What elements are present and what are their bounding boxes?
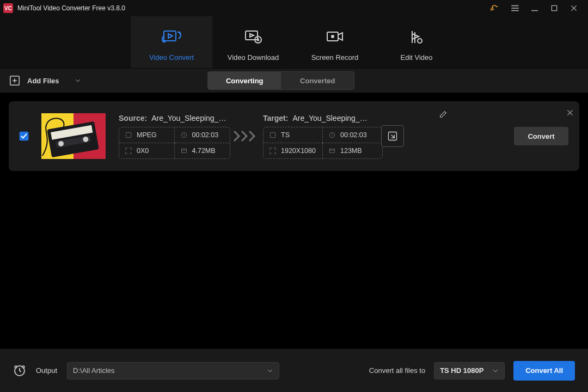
edit-video-icon [408, 26, 425, 48]
tab-screen-record[interactable]: Screen Record [294, 16, 376, 68]
target-settings-button[interactable] [381, 125, 404, 147]
source-spec: Source: Are_You_Sleeping_In... MPEG 00:0… [119, 114, 230, 159]
svg-point-8 [331, 35, 334, 38]
source-label: Source: [119, 114, 147, 122]
svg-rect-17 [329, 149, 334, 152]
add-files-label: Add Files [27, 77, 59, 85]
tab-video-download[interactable]: Video Download [212, 16, 294, 68]
source-size: 4.72MB [192, 147, 216, 155]
history-icon[interactable] [13, 364, 26, 377]
svg-point-0 [497, 6, 498, 7]
minimize-button[interactable] [525, 0, 544, 16]
svg-rect-14 [181, 149, 186, 152]
tab-label: Video Download [228, 53, 279, 62]
convert-all-label: Convert all files to [369, 366, 425, 375]
subtabs: Converting Converted [207, 71, 354, 90]
bottombar: Output D:\All Articles Convert all files… [0, 348, 588, 392]
target-preset-value: TS HD 1080P [440, 366, 483, 375]
target-duration: 00:02:03 [340, 131, 367, 139]
download-icon [244, 26, 262, 48]
output-label: Output [36, 366, 57, 375]
video-thumbnail[interactable] [41, 113, 106, 159]
svg-rect-4 [246, 31, 258, 40]
tab-edit-video[interactable]: Edit Video [376, 16, 457, 68]
svg-rect-15 [270, 132, 275, 137]
task-list: Source: Are_You_Sleeping_In... MPEG 00:0… [0, 93, 588, 171]
remove-task-button[interactable] [566, 109, 574, 117]
chevron-down-icon[interactable] [75, 77, 81, 84]
tab-label: Screen Record [311, 53, 359, 62]
tab-label: Video Convert [149, 53, 194, 62]
svg-rect-2 [164, 31, 176, 41]
target-size: 123MB [340, 147, 362, 155]
arrow-icon [230, 130, 263, 142]
menu-button[interactable] [505, 0, 525, 16]
svg-rect-1 [552, 5, 556, 10]
task-row: Source: Are_You_Sleeping_In... MPEG 00:0… [9, 101, 579, 171]
close-button[interactable] [564, 0, 584, 16]
record-icon [326, 26, 344, 48]
upgrade-key-icon[interactable] [486, 0, 505, 16]
convert-icon [162, 26, 181, 48]
add-files-button[interactable]: Add Files [9, 75, 81, 87]
convert-button[interactable]: Convert [514, 127, 568, 145]
subtab-converted[interactable]: Converted [281, 72, 354, 89]
target-resolution: 1920X1080 [281, 147, 316, 155]
output-folder-select[interactable]: D:\All Articles [67, 362, 279, 379]
app-icon: VC [3, 3, 13, 13]
svg-point-9 [418, 39, 422, 43]
edit-target-icon[interactable] [439, 110, 448, 119]
module-tabs: Video Convert Video Download Screen Reco… [0, 16, 588, 68]
chevron-down-icon [492, 367, 499, 374]
maximize-button[interactable] [544, 0, 564, 16]
source-filename: Are_You_Sleeping_In... [151, 114, 228, 122]
add-files-plus-icon [9, 75, 21, 87]
svg-marker-5 [250, 34, 254, 37]
target-preset-select[interactable]: TS HD 1080P [434, 362, 505, 379]
chevron-down-icon [267, 367, 273, 374]
svg-rect-12 [126, 132, 131, 137]
source-resolution: 0X0 [137, 147, 149, 155]
source-duration: 00:02:03 [192, 131, 219, 139]
target-filename: Are_You_Sleeping_In... [292, 114, 369, 122]
toolbar: Add Files Converting Converted [0, 68, 588, 93]
target-spec: Target: Are_You_Sleeping_In... TS 00:02:… [263, 114, 375, 159]
svg-marker-3 [168, 34, 173, 38]
convert-all-button[interactable]: Convert All [513, 361, 575, 381]
source-format: MPEG [137, 131, 157, 139]
titlebar: VC MiniTool Video Converter Free v3.8.0 [0, 0, 588, 16]
target-label: Target: [263, 114, 288, 122]
task-checkbox[interactable] [19, 131, 29, 142]
output-path: D:\All Articles [73, 366, 115, 375]
subtab-converting[interactable]: Converting [208, 72, 281, 89]
app-title: MiniTool Video Converter Free v3.8.0 [17, 4, 125, 12]
tab-label: Edit Video [400, 53, 432, 62]
target-format: TS [281, 131, 290, 139]
tab-video-convert[interactable]: Video Convert [131, 16, 212, 68]
